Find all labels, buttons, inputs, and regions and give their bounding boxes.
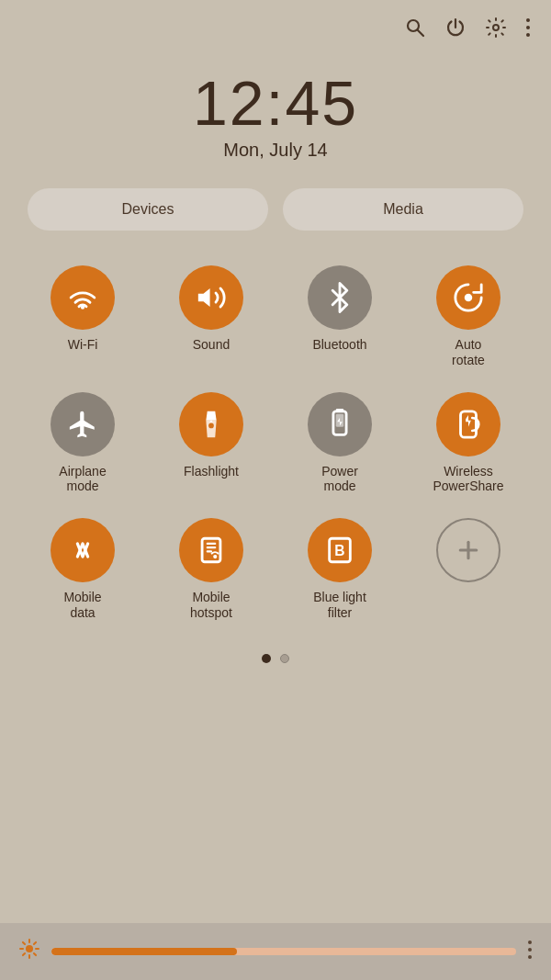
sound-toggle[interactable]: Sound (147, 258, 276, 376)
hotspot-label: Mobilehotspot (190, 590, 232, 621)
svg-line-27 (23, 953, 25, 955)
wifi-label: Wi-Fi (68, 337, 98, 353)
bluelightfilter-toggle[interactable]: B Blue lightfilter (276, 511, 404, 628)
device-media-row: Devices Media (28, 188, 523, 231)
brightness-icon (18, 938, 40, 965)
svg-point-8 (208, 422, 214, 428)
more-icon[interactable] (525, 17, 531, 44)
svg-marker-6 (198, 288, 210, 307)
mobiledata-toggle[interactable]: Mobiledata (18, 511, 147, 628)
mobiledata-icon-circle (51, 518, 115, 582)
svg-point-5 (526, 33, 530, 37)
sound-icon-circle (179, 265, 243, 330)
add-icon-circle (436, 518, 500, 582)
svg-point-30 (528, 948, 532, 952)
airplane-label: Airplanemode (59, 464, 106, 495)
power-icon[interactable] (444, 17, 467, 44)
hotspot-toggle[interactable]: Mobilehotspot (147, 511, 276, 628)
top-bar (0, 0, 551, 53)
svg-rect-14 (202, 538, 220, 562)
hotspot-icon-circle (179, 518, 243, 582)
flashlight-toggle[interactable]: Flashlight (147, 385, 276, 502)
airplane-toggle[interactable]: Airplanemode (18, 385, 147, 502)
bluetooth-toggle[interactable]: Bluetooth (276, 258, 404, 376)
svg-line-26 (34, 953, 36, 955)
clock-area: 12:45 Mon, July 14 (0, 72, 551, 161)
powershare-toggle[interactable]: WirelessPowerShare (404, 385, 533, 502)
svg-line-1 (418, 30, 424, 37)
powershare-label: WirelessPowerShare (433, 464, 503, 495)
quick-settings-grid: Wi-Fi Sound Bluetooth A (0, 258, 551, 628)
autorotate-toggle[interactable]: Autorotate (404, 258, 533, 376)
mobiledata-label: Mobiledata (63, 590, 101, 621)
flashlight-label: Flashlight (184, 464, 239, 479)
powershare-icon-circle (436, 392, 500, 456)
brightness-fill (51, 948, 237, 955)
brightness-more-icon[interactable] (527, 940, 533, 964)
autorotate-label: Autorotate (452, 337, 485, 368)
autorotate-icon-circle (436, 265, 500, 330)
svg-text:B: B (334, 543, 344, 558)
powermode-label: Powermode (321, 464, 358, 495)
powermode-toggle[interactable]: Powermode (276, 385, 404, 502)
airplane-icon-circle (51, 392, 115, 456)
svg-point-29 (528, 941, 532, 944)
add-toggle[interactable] (404, 511, 533, 628)
svg-line-25 (23, 942, 25, 944)
devices-button[interactable]: Devices (28, 188, 268, 231)
search-icon[interactable] (404, 17, 426, 44)
bluetooth-icon-circle (308, 265, 372, 330)
sound-label: Sound (193, 337, 230, 353)
svg-point-2 (493, 25, 499, 30)
clock-date: Mon, July 14 (0, 140, 551, 161)
svg-point-7 (465, 294, 473, 302)
svg-point-4 (526, 26, 530, 29)
svg-point-31 (528, 955, 532, 959)
brightness-bar (0, 923, 551, 980)
wifi-toggle[interactable]: Wi-Fi (18, 258, 147, 376)
bluelightfilter-label: Blue lightfilter (313, 590, 366, 621)
settings-icon[interactable] (485, 17, 507, 44)
dot-2[interactable] (280, 654, 289, 663)
svg-line-28 (34, 942, 36, 944)
media-button[interactable]: Media (283, 188, 523, 231)
svg-point-15 (213, 555, 217, 558)
powermode-icon-circle (308, 392, 372, 456)
dot-1[interactable] (262, 654, 271, 663)
bluelightfilter-icon-circle: B (308, 518, 372, 582)
brightness-track[interactable] (51, 948, 516, 955)
clock-time: 12:45 (0, 72, 551, 134)
flashlight-icon-circle (179, 392, 243, 456)
wifi-icon-circle (51, 265, 115, 330)
page-dots (0, 654, 551, 663)
svg-point-20 (26, 945, 33, 952)
svg-point-3 (526, 18, 530, 22)
bluetooth-label: Bluetooth (312, 337, 366, 353)
